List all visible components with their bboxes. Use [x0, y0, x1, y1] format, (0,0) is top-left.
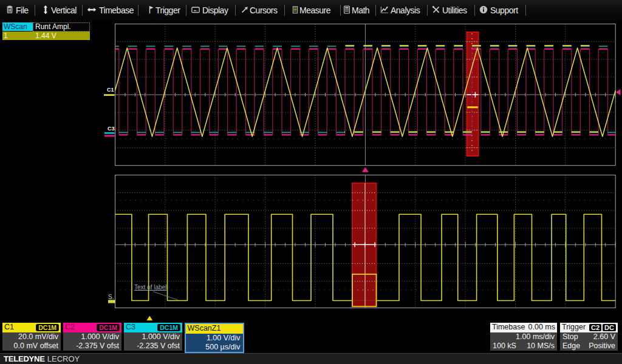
svg-text:Text of label: Text of label [134, 284, 166, 291]
svg-text:S.: S. [108, 294, 114, 300]
svg-text:C3: C3 [108, 126, 115, 132]
svg-text:C1: C1 [107, 87, 114, 93]
